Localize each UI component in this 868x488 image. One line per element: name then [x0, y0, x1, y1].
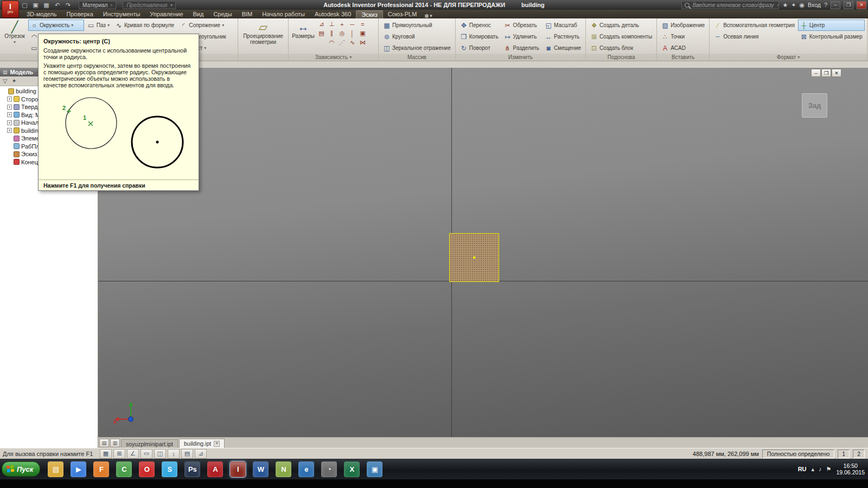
- taskbar-app-ie[interactable]: e: [298, 461, 314, 477]
- constraint-symmetric-button[interactable]: ⋈: [358, 38, 367, 47]
- favorites-icon[interactable]: ★: [782, 2, 788, 9]
- representation-dropdown[interactable]: Представления ▾: [123, 1, 176, 9]
- close-button[interactable]: ✕: [857, 1, 866, 9]
- ribbon-button-mirror[interactable]: ◫Зеркальное отражение: [381, 42, 453, 54]
- language-indicator[interactable]: RU: [798, 466, 807, 472]
- ribbon-button-driven-dimension[interactable]: ⊠Контрольный размер: [798, 31, 865, 42]
- ribbon-tab-Autodesk 360[interactable]: Autodesk 360: [310, 10, 356, 18]
- taskbar-app-opera[interactable]: O: [139, 461, 155, 477]
- ribbon-button-dimension[interactable]: ↔Размеры: [291, 20, 316, 52]
- community-icon[interactable]: ✦: [791, 2, 796, 9]
- expander-icon[interactable]: +: [7, 112, 12, 117]
- ribbon-button-center-point[interactable]: ┼Центр: [798, 20, 865, 31]
- minimize-button[interactable]: –: [831, 1, 840, 9]
- taskbar-app-skype[interactable]: S: [162, 461, 177, 477]
- status-tool-icon-6[interactable]: ↕: [168, 449, 180, 459]
- ribbon-button-construction[interactable]: ∕Вспомогательная геометрия: [712, 20, 797, 31]
- start-button[interactable]: Пуск: [2, 461, 40, 477]
- status-tool-icon-8[interactable]: ⊿: [195, 449, 207, 459]
- arrange-documents-icon[interactable]: ▤: [99, 439, 109, 447]
- ribbon-tab-Управление[interactable]: Управление: [145, 10, 188, 18]
- document-tab-soyuzplminipart.ipt[interactable]: soyuzplminipart.ipt: [121, 439, 178, 448]
- ribbon-button-offset[interactable]: ◙Смещение: [542, 42, 583, 54]
- status-tool-icon-5[interactable]: ◫: [154, 449, 166, 459]
- tile-documents-icon[interactable]: ▥: [110, 439, 120, 447]
- graphics-canvas[interactable]: Зад – ❒ ✕: [98, 68, 868, 437]
- status-tool-icon-7[interactable]: ▤: [181, 449, 193, 459]
- doc-minimize-button[interactable]: –: [811, 69, 821, 77]
- constraint-vertical-button[interactable]: │: [348, 29, 357, 38]
- ribbon-tab-3D-модель[interactable]: 3D-модель: [22, 10, 61, 18]
- ribbon-button-circular-pattern[interactable]: ⊚Круговой: [381, 31, 453, 42]
- user-icon[interactable]: ◉: [800, 2, 805, 9]
- ribbon-button-make-components[interactable]: ⊞Создать компоненты: [588, 31, 654, 42]
- ribbon-button-move[interactable]: ✥Перенос: [458, 20, 501, 31]
- undo-icon[interactable]: ↶: [53, 2, 61, 9]
- ribbon-button-slot[interactable]: ▭Паз▾: [85, 20, 112, 31]
- ribbon-tab-Союз-PLM[interactable]: Союз-PLM: [383, 10, 422, 18]
- help-icon[interactable]: ?: [824, 2, 827, 8]
- tray-expand-icon[interactable]: ▴: [812, 466, 815, 473]
- status-tool-icon-4[interactable]: ▭: [141, 449, 152, 459]
- ribbon-button-project-geometry[interactable]: ▱Проецирование геометрии: [240, 20, 286, 52]
- sign-in-button[interactable]: Вход: [808, 2, 821, 8]
- app-menu-button[interactable]: I pro: [2, 1, 19, 18]
- taskbar-app-media-player[interactable]: ▶: [71, 461, 86, 477]
- ribbon-button-split[interactable]: ⋔Разделить: [502, 42, 541, 54]
- taskbar-app-word[interactable]: W: [253, 461, 269, 477]
- expander-icon[interactable]: +: [7, 120, 12, 125]
- material-dropdown[interactable]: Материал ▾: [79, 1, 116, 9]
- ribbon-button-fillet[interactable]: ◜Сопряжение▾: [177, 20, 228, 31]
- expander-icon[interactable]: +: [7, 97, 12, 101]
- constraint-coincident-button[interactable]: +: [337, 20, 347, 29]
- taskbar-app-viewer[interactable]: ◔: [321, 461, 337, 477]
- viewcube-back-face[interactable]: Зад: [802, 93, 827, 118]
- constraint-horizontal-button[interactable]: ─: [348, 20, 357, 29]
- status-tool-icon-3[interactable]: ∠: [127, 449, 139, 459]
- ribbon-button-insert-image[interactable]: ▨Изображение: [659, 20, 707, 31]
- document-tab-building.ipt[interactable]: building.ipt✕: [179, 439, 225, 448]
- expander-icon[interactable]: +: [7, 105, 12, 110]
- expander-icon[interactable]: +: [7, 128, 12, 133]
- highlighted-face[interactable]: [449, 233, 499, 282]
- ribbon-tab-Эскиз[interactable]: Эскиз: [356, 10, 382, 18]
- constraint-auto-dimension-button[interactable]: ⊿: [317, 20, 326, 29]
- maximize-button[interactable]: ❒: [844, 1, 853, 9]
- constraint-collinear-button[interactable]: ⋰: [337, 38, 347, 47]
- status-tool-icon-2[interactable]: ⊞: [113, 449, 125, 459]
- doc-restore-button[interactable]: ❒: [821, 69, 831, 77]
- ribbon-group-label-constrain[interactable]: Зависимость▾: [289, 54, 378, 61]
- taskbar-app-explorer[interactable]: ▤: [48, 461, 63, 477]
- constraint-concentric-button[interactable]: ◎: [337, 29, 347, 38]
- search-input[interactable]: Введите ключевое слово/фразу ▾: [681, 1, 779, 9]
- ribbon-tab-Вид[interactable]: Вид: [188, 10, 209, 18]
- ribbon-button-trim[interactable]: ✂Обрезать: [502, 20, 541, 31]
- ribbon-tab-Проверка[interactable]: Проверка: [61, 10, 98, 18]
- constraint-parallel-button[interactable]: ∥: [327, 29, 336, 38]
- ribbon-button-copy[interactable]: ❐Копировать: [458, 31, 501, 42]
- ribbon-button-line[interactable]: ╱Отрезок▾: [2, 20, 27, 52]
- doc-close-button[interactable]: ✕: [832, 69, 841, 77]
- ribbon-button-scale[interactable]: ◱Масштаб: [542, 20, 583, 31]
- taskbar-app-acrobat[interactable]: A: [207, 461, 223, 477]
- constraint-fix-button[interactable]: ▣: [358, 29, 367, 38]
- constraint-equal-button[interactable]: =: [358, 20, 367, 29]
- constraint-smooth-button[interactable]: ∿: [348, 38, 357, 47]
- system-clock[interactable]: 16:50 19.06.2015: [836, 463, 865, 476]
- taskbar-app-chrome[interactable]: C: [116, 461, 132, 477]
- constraint-show-constraints-button[interactable]: ▤: [317, 29, 326, 38]
- ribbon-button-centerline[interactable]: ╌Осевая линия: [712, 31, 797, 42]
- filter-icon[interactable]: ▽: [3, 78, 7, 85]
- taskbar-app-notepad[interactable]: N: [276, 461, 291, 477]
- ribbon-button-make-part[interactable]: ❖Создать деталь: [588, 20, 654, 31]
- ribbon-button-stretch[interactable]: ↔Растянуть: [542, 31, 583, 42]
- tab-overflow-icon[interactable]: ▾: [425, 13, 432, 18]
- ribbon-button-rectangular-pattern[interactable]: ▦Прямоугольный: [381, 20, 453, 31]
- status-tool-icon-1[interactable]: ▦: [100, 449, 112, 459]
- ribbon-button-make-block[interactable]: ⊡Создать блок: [588, 42, 654, 54]
- constraint-tangent-button[interactable]: ◠: [327, 38, 336, 47]
- ribbon-tab-Инструменты[interactable]: Инструменты: [98, 10, 145, 18]
- taskbar-app-excel[interactable]: X: [344, 461, 360, 477]
- close-tab-icon[interactable]: ✕: [214, 441, 220, 447]
- tray-volume-icon[interactable]: ♪: [819, 466, 822, 473]
